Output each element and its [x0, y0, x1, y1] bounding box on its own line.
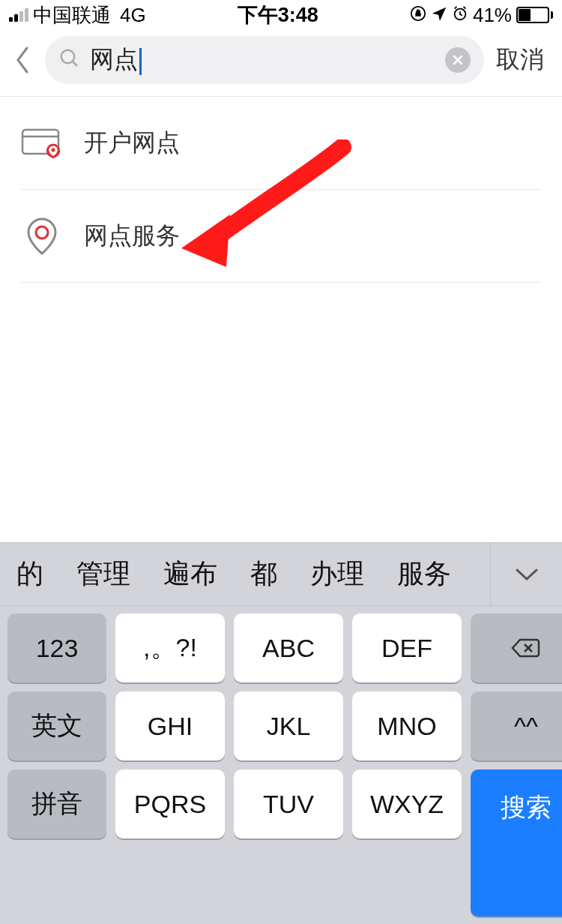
lock-rotation-icon	[410, 4, 426, 27]
result-item-branch-service[interactable]: 网点服务	[21, 190, 541, 283]
status-left: 中国联通 4G	[9, 2, 146, 28]
key-mno[interactable]: MNO	[352, 692, 462, 760]
key-backspace[interactable]	[471, 614, 562, 682]
suggestion[interactable]: 遍布	[147, 543, 234, 605]
status-right: 41%	[410, 4, 553, 27]
result-item-open-account-branch[interactable]: 开户网点	[21, 97, 541, 190]
key-def[interactable]: DEF	[352, 614, 462, 682]
svg-point-6	[52, 148, 55, 152]
backspace-icon	[511, 637, 541, 659]
suggestion[interactable]: 服务	[381, 543, 468, 605]
search-results: 开户网点 网点服务	[0, 97, 562, 283]
search-icon	[58, 47, 81, 73]
cancel-button[interactable]: 取消	[490, 44, 550, 76]
key-wxyz[interactable]: WXYZ	[352, 770, 462, 838]
back-button[interactable]	[6, 44, 39, 76]
keyboard-grid: 123 ,。?! ABC DEF 英文 GHI JKL MNO ^^ 拼音 PQ…	[0, 606, 562, 924]
search-input-value: 网点	[90, 46, 138, 73]
key-punctuation[interactable]: ,。?!	[115, 614, 225, 682]
location-arrow-icon	[431, 4, 447, 27]
result-item-label: 网点服务	[84, 220, 180, 253]
battery-pct: 41%	[473, 4, 512, 27]
svg-point-2	[61, 50, 75, 64]
battery-icon	[516, 7, 553, 23]
search-field[interactable]: 网点	[45, 36, 484, 84]
carrier-label: 中国联通	[33, 2, 111, 28]
key-123[interactable]: 123	[7, 614, 106, 682]
key-english[interactable]: 英文	[7, 692, 106, 760]
network-label: 4G	[120, 4, 146, 27]
suggestion[interactable]: 管理	[60, 543, 147, 605]
key-pqrs[interactable]: PQRS	[115, 770, 225, 838]
result-item-label: 开户网点	[84, 127, 180, 160]
collapse-suggestions-button[interactable]	[490, 543, 562, 605]
suggestion[interactable]: 都	[234, 543, 294, 605]
clear-search-button[interactable]	[445, 47, 471, 73]
status-bar: 中国联通 4G 下午3:48 41%	[0, 0, 562, 30]
key-ghi[interactable]: GHI	[115, 692, 225, 760]
key-tuv[interactable]: TUV	[234, 770, 343, 838]
key-pinyin[interactable]: 拼音	[7, 770, 106, 838]
key-abc[interactable]: ABC	[234, 614, 343, 682]
key-jkl[interactable]: JKL	[234, 692, 343, 760]
suggestion[interactable]: 的	[0, 543, 60, 605]
key-face[interactable]: ^^	[471, 692, 562, 760]
keyboard-suggestions: 的 管理 遍布 都 办理 服务	[0, 543, 562, 606]
text-cursor	[139, 48, 142, 75]
key-search[interactable]: 搜索	[471, 770, 562, 916]
card-location-icon	[21, 127, 63, 160]
keyboard: 的 管理 遍布 都 办理 服务 123 ,。?! ABC DEF 英文 GHI …	[0, 542, 562, 924]
alarm-icon	[452, 4, 468, 27]
search-input[interactable]: 网点	[90, 44, 436, 76]
svg-point-7	[36, 226, 48, 238]
signal-icon	[9, 8, 28, 22]
suggestion[interactable]: 办理	[294, 543, 381, 605]
status-time: 下午3:48	[238, 2, 318, 28]
search-header: 网点 取消	[0, 30, 562, 97]
location-pin-icon	[21, 220, 63, 253]
